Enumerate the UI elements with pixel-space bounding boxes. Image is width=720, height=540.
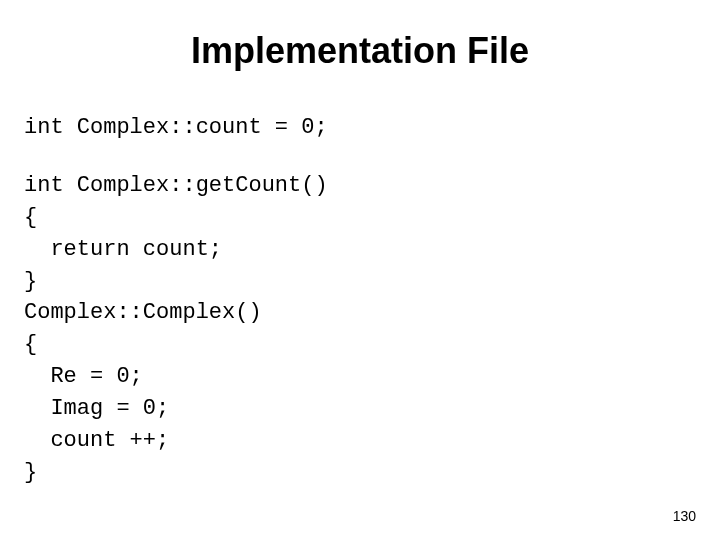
code-block-1: int Complex::count = 0; [24, 112, 700, 144]
page-number: 130 [673, 508, 696, 524]
slide-title: Implementation File [20, 30, 700, 72]
code-block-2: int Complex::getCount() { return count; … [24, 170, 700, 489]
slide: Implementation File int Complex::count =… [0, 0, 720, 540]
